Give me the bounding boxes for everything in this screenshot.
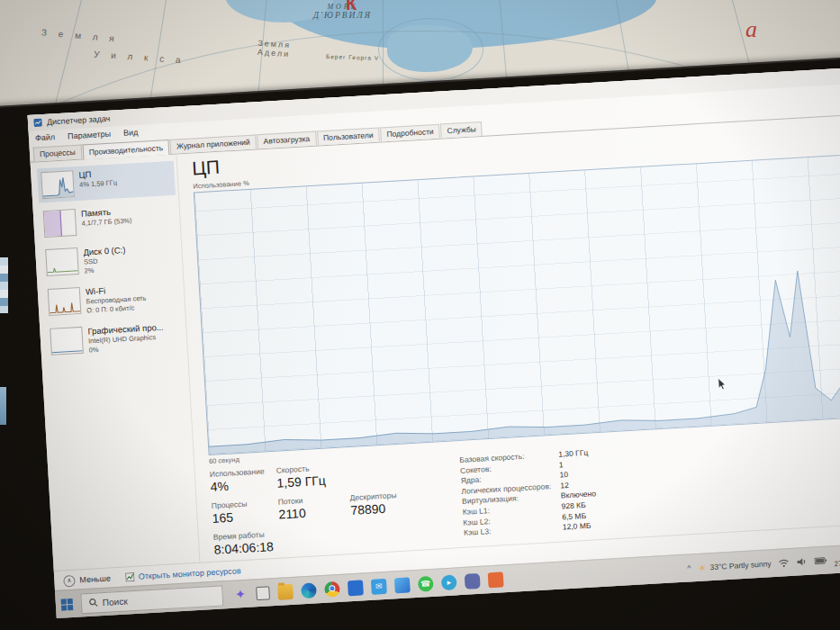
whatsapp-icon[interactable]: ☎: [418, 575, 434, 591]
photo-of-laptop-scene: МОРЕ Д'ЮРВИЛЯ Земля Адели З е м л я У и …: [0, 0, 840, 630]
map-label-sea-name: МОРЕ Д'ЮРВИЛЯ: [313, 3, 372, 20]
menu-view[interactable]: Вид: [123, 127, 139, 137]
search-label: Поиск: [103, 596, 128, 608]
performance-sidebar: ЦП 4% 1,59 ГГц Память: [31, 154, 201, 571]
fewer-details-toggle[interactable]: ∧ Меньше: [63, 572, 111, 587]
speed-value: 1,59 ГГц: [276, 472, 349, 491]
cpu-usage-graph[interactable]: [194, 148, 840, 455]
clock-date: 27.07.2023: [834, 558, 840, 569]
map-label-adelie-land: Земля Адели: [257, 39, 291, 59]
resource-monitor-icon: [125, 572, 135, 582]
sidebar-item-text: ЦП 4% 1,59 ГГц: [78, 167, 117, 189]
map-label-wilkes-land-2: У и л к с а: [94, 49, 185, 65]
chrome-icon[interactable]: [324, 580, 340, 597]
wifi-mini-graph: [48, 287, 82, 316]
processes-value: 165: [212, 508, 279, 526]
sidebar-cpu-sub: 4% 1,59 ГГц: [79, 178, 118, 189]
sidebar-memory-sub: 4,1/7,7 ГБ (53%): [81, 216, 132, 228]
mail-icon[interactable]: ✉: [371, 578, 387, 594]
battery-icon[interactable]: [814, 557, 826, 565]
sun-icon: ☀: [698, 562, 707, 572]
start-button[interactable]: [61, 598, 74, 610]
volume-icon[interactable]: [796, 557, 808, 567]
cpu-mini-graph: [41, 170, 75, 199]
cpu-stats-left: Использование Скорость 4% 1,59 ГГц Проце…: [210, 457, 436, 558]
memory-mini-graph: [43, 209, 77, 238]
task-view-icon[interactable]: [256, 586, 270, 600]
windows-logo-icon: [61, 598, 74, 610]
menu-file[interactable]: Файл: [35, 132, 56, 142]
map-red-letter-a: а: [745, 16, 757, 43]
discord-icon[interactable]: [465, 572, 481, 589]
edge-icon[interactable]: [301, 582, 317, 598]
sidebar-item-cpu[interactable]: ЦП 4% 1,59 ГГц: [37, 161, 176, 203]
tray-chevron-up-icon[interactable]: ^: [687, 563, 691, 572]
cpu-panel: ЦП 12th Gen Intel(R) Core(TM Использован…: [176, 110, 840, 562]
clock-time: 18:04: [834, 549, 840, 560]
cpu-stats-right: Базовая скорость: 1,30 ГГц Сокетов: 1 Яд…: [459, 447, 599, 543]
sidebar-item-text: Память 4,1/7,7 ГБ (53%): [81, 205, 132, 228]
task-manager-window: Диспетчер задач Файл Параметры Вид Проце…: [28, 62, 840, 591]
sidebar-item-gpu[interactable]: Графический про... Intel(R) UHD Graphics…: [46, 317, 185, 360]
map-red-letter-k: К: [346, 0, 357, 14]
usage-value: 4%: [210, 476, 277, 495]
photos-icon[interactable]: [394, 577, 411, 593]
sidebar-item-memory[interactable]: Память 4,1/7,7 ГБ (53%): [39, 200, 177, 242]
wifi-icon[interactable]: [778, 558, 790, 568]
taskbar-clock[interactable]: 18:04 27.07.2023: [834, 549, 840, 568]
sidebar-item-text: Графический про... Intel(R) UHD Graphics…: [87, 322, 165, 355]
cpu-heading: ЦП: [192, 156, 221, 180]
microsoft-store-icon[interactable]: [348, 580, 364, 596]
sidebar-item-text: Диск 0 (C:) SSD 2%: [83, 245, 127, 275]
poster-edge-left-2: [0, 387, 6, 425]
sidebar-disk-sub2: 2%: [84, 264, 127, 274]
unknown-app-icon[interactable]: [488, 572, 504, 588]
telegram-icon[interactable]: ▸: [441, 574, 457, 590]
weather-text: 33°C Partly sunny: [709, 559, 772, 572]
map-label-wilkes-land-1: З е м л я: [41, 27, 119, 43]
fewer-details-label: Меньше: [79, 574, 111, 585]
mouse-cursor: [717, 377, 727, 391]
search-icon: [89, 598, 99, 608]
sidebar-item-wifi[interactable]: Wi-Fi Беспроводная сеть О: 0 П: 0 кбит/с: [44, 277, 183, 320]
threads-value: 2110: [278, 503, 351, 523]
chevron-up-icon: ∧: [63, 574, 76, 587]
gpu-mini-graph: [50, 327, 84, 356]
task-manager-app-icon: [33, 118, 43, 128]
poster-edge-left: [0, 257, 8, 313]
sidebar-item-disk[interactable]: Диск 0 (C:) SSD 2%: [41, 238, 180, 282]
file-explorer-icon[interactable]: [277, 583, 294, 599]
open-resource-monitor-label: Открыть монитор ресурсов: [139, 566, 241, 581]
copilot-icon[interactable]: ✦: [232, 586, 248, 602]
menu-options[interactable]: Параметры: [68, 129, 111, 140]
uptime-value: 8:04:06:18: [213, 539, 274, 558]
sidebar-item-text: Wi-Fi Беспроводная сеть О: 0 П: 0 кбит/с: [86, 284, 148, 315]
tab-processes[interactable]: Процессы: [33, 145, 83, 162]
window-title: Диспетчер задач: [47, 114, 111, 127]
laptop-screen: Диспетчер задач Файл Параметры Вид Проце…: [28, 62, 840, 618]
tab-services[interactable]: Службы: [440, 122, 483, 139]
weather-widget[interactable]: ☀ 33°C Partly sunny: [698, 559, 772, 573]
cpu-usage-plot: [194, 149, 840, 454]
taskbar-search[interactable]: Поиск: [80, 585, 223, 614]
disk-mini-graph: [45, 248, 79, 276]
open-resource-monitor-link[interactable]: Открыть монитор ресурсов: [125, 566, 241, 581]
laptop-bezel: Диспетчер задач Файл Параметры Вид Проце…: [0, 51, 840, 630]
performance-tab-body: ЦП 4% 1,59 ГГц Память: [31, 110, 840, 572]
